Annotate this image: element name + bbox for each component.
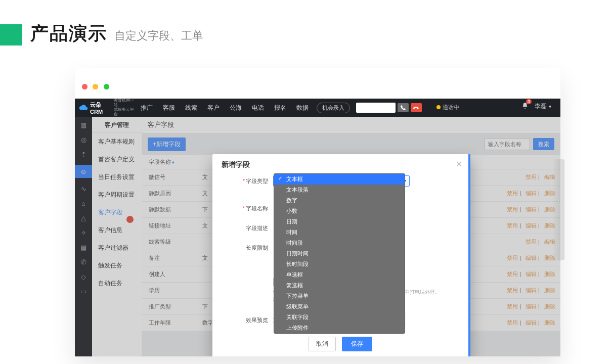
save-button[interactable]: 保存	[342, 337, 372, 351]
rail-grid-icon[interactable]: ▦	[79, 121, 88, 129]
rail-triangle-icon[interactable]: △	[79, 214, 88, 222]
label-field-desc: 字段描述	[246, 225, 268, 231]
topbar-search-input[interactable]	[356, 103, 396, 113]
brand-logo[interactable]: 云朵CRM 教育机构一站式服务云平台	[75, 99, 136, 116]
op-link[interactable]: 编辑	[526, 206, 537, 212]
bell-icon[interactable]: 3	[521, 102, 529, 111]
dropdown-option[interactable]: 复选框	[274, 280, 405, 291]
nav-item[interactable]: 电话	[247, 104, 269, 112]
op-link[interactable]: 删除	[544, 287, 555, 293]
sidebar-item[interactable]: 客户信息	[92, 221, 142, 239]
minimize-dot[interactable]	[93, 84, 98, 89]
op-link[interactable]: 禁用	[507, 222, 518, 229]
cancel-button[interactable]: 取消	[309, 337, 336, 351]
close-dot[interactable]	[82, 84, 88, 89]
rail-card-icon[interactable]: ▭	[79, 287, 88, 295]
call-answer-button[interactable]	[398, 103, 409, 112]
rail-chart-icon[interactable]: ⇡	[79, 150, 88, 158]
add-field-button[interactable]: +新增字段	[148, 138, 186, 151]
op-link[interactable]: 禁用	[507, 271, 518, 277]
op-link[interactable]: 编辑	[544, 174, 555, 180]
notification-badge: 3	[526, 99, 532, 104]
rail-doc-icon[interactable]: ▤	[79, 243, 88, 251]
op-link[interactable]: 禁用	[507, 255, 518, 261]
nav-item[interactable]: 线索	[180, 104, 202, 112]
op-link[interactable]: 编辑	[526, 222, 537, 229]
op-link[interactable]: 编辑	[526, 303, 537, 309]
dropdown-option[interactable]: 上传附件	[274, 323, 405, 333]
dropdown-option[interactable]: 小数	[274, 206, 405, 216]
cell-ops: 禁用 | 编辑 | 删除	[480, 206, 560, 213]
op-link[interactable]: 删除	[544, 303, 555, 309]
nav-item[interactable]: 数据	[291, 104, 314, 112]
op-link[interactable]: 禁用	[526, 174, 537, 180]
sidebar-item[interactable]: 客户基本规则	[92, 133, 142, 151]
rail-shield-icon[interactable]: ◎	[79, 135, 88, 144]
dropdown-option[interactable]: 时间	[274, 227, 405, 238]
dropdown-option[interactable]: 文本段落	[274, 185, 405, 195]
op-link[interactable]: 编辑	[526, 271, 537, 277]
op-link[interactable]: 禁用	[507, 190, 518, 196]
op-link[interactable]: 禁用	[507, 303, 518, 309]
sidebar-item[interactable]: 客户周期设置	[92, 186, 142, 204]
opportunity-pill[interactable]: 机会录入	[317, 103, 350, 113]
slide-title: 产品演示	[30, 21, 107, 46]
cell-ops: 禁用 | 编辑 | 删除	[480, 254, 560, 262]
rail-user-icon[interactable]: ☺	[75, 165, 92, 178]
nav-item[interactable]: 报名	[269, 104, 291, 112]
call-hangup-button[interactable]	[411, 103, 422, 112]
rail-people-icon[interactable]: ✧	[79, 229, 88, 237]
op-link[interactable]: 编辑	[526, 320, 537, 326]
rail-tag-icon[interactable]: ◇	[79, 272, 88, 281]
op-link[interactable]: 删除	[544, 190, 555, 196]
maximize-dot[interactable]	[104, 84, 109, 89]
op-link[interactable]: 编辑	[544, 239, 555, 245]
dropdown-option[interactable]: 日期时间	[274, 248, 405, 259]
dropdown-option[interactable]: 单选框	[274, 269, 405, 280]
dropdown-option[interactable]: 文本框	[274, 174, 405, 185]
search-input[interactable]	[485, 138, 530, 150]
op-link[interactable]: 删除	[544, 222, 555, 229]
sidebar-item[interactable]: 当日任务设置	[92, 168, 142, 186]
dropdown-option[interactable]: 数字	[274, 195, 405, 206]
dropdown-option[interactable]: 关联字段	[274, 312, 405, 323]
op-link[interactable]: 删除	[544, 206, 555, 212]
search-button[interactable]: 搜索	[533, 138, 554, 150]
op-link[interactable]: 删除	[544, 320, 555, 326]
nav-item[interactable]: 推广	[136, 104, 158, 112]
sidebar-item[interactable]: 自动任务	[92, 275, 142, 292]
modal-close-icon[interactable]: ✕	[456, 159, 462, 169]
sidebar-item-active[interactable]: 客户字段	[92, 204, 142, 221]
sort-icon[interactable]: ♦	[172, 160, 174, 165]
dropdown-option[interactable]: 长时间段	[274, 259, 405, 269]
nav-item[interactable]: 客服	[158, 104, 180, 112]
sidebar-item[interactable]: 触发任务	[92, 257, 142, 275]
dropdown-option[interactable]: 日期	[274, 216, 405, 227]
col-name[interactable]: 字段名称	[149, 159, 171, 165]
op-link[interactable]: 编辑	[526, 190, 537, 196]
dropdown-option[interactable]: 时间段	[274, 238, 405, 248]
window-controls	[82, 82, 112, 92]
dropdown-option[interactable]: 下拉菜单	[274, 291, 405, 301]
icon-rail: ▦ ◎ ⇡ ☺ ∿ ⌂ △ ✧ ▤ ✆ ◇ ▭	[75, 117, 92, 356]
rail-wave-icon[interactable]: ∿	[79, 185, 88, 193]
op-link[interactable]: 禁用	[507, 320, 518, 326]
op-link[interactable]: 删除	[544, 271, 555, 277]
rail-home-icon[interactable]: ⌂	[79, 199, 88, 207]
field-type-dropdown[interactable]: 文本框文本段落数字小数日期时间时间段日期时间长时间段单选框复选框下拉菜单级联菜单…	[274, 173, 405, 334]
op-link[interactable]: 编辑	[526, 255, 537, 261]
nav-item[interactable]: 客户	[202, 104, 225, 112]
op-link[interactable]: 删除	[544, 255, 555, 261]
rail-phone-icon[interactable]: ✆	[79, 258, 88, 266]
dropdown-option[interactable]: 级联菜单	[274, 301, 405, 312]
op-link[interactable]: 禁用	[526, 239, 537, 245]
op-link[interactable]: 编辑	[526, 287, 537, 293]
op-link[interactable]: 禁用	[507, 206, 518, 212]
app-root: 云朵CRM 教育机构一站式服务云平台 推广 客服 线索 客户 公海 电话 报名 …	[75, 99, 560, 356]
sidebar-item[interactable]: 首咨客户定义	[92, 151, 142, 168]
op-link[interactable]: 禁用	[507, 287, 518, 293]
nav-item[interactable]: 公海	[225, 104, 247, 112]
user-menu[interactable]: 3 李磊 ▾	[521, 102, 551, 111]
sidebar-item[interactable]: 客户过滤器	[92, 239, 142, 257]
cell-ops: 禁用 | 编辑 | 删除	[480, 319, 560, 327]
